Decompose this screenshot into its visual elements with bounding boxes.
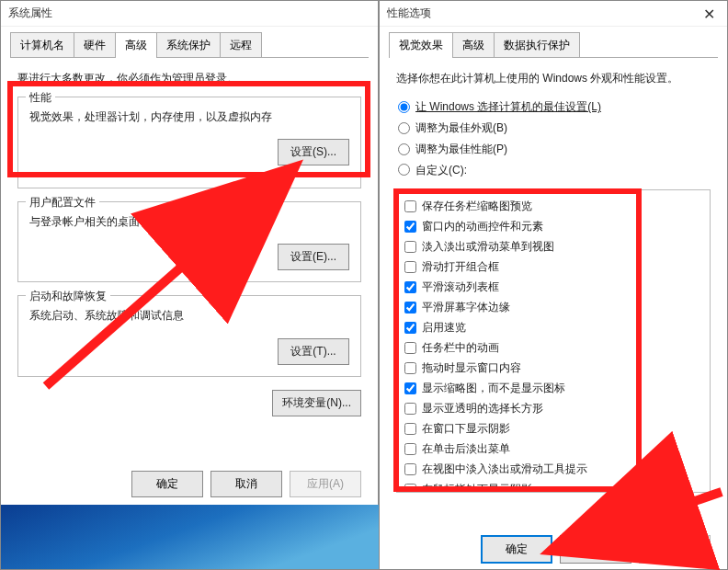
checkbox-6[interactable] <box>404 322 416 334</box>
check-label-0: 保存任务栏缩略图预览 <box>422 198 532 214</box>
desc-startup-recovery: 系统启动、系统故障和调试信息 <box>29 307 349 325</box>
bottom-buttons-left: 确定 取消 应用(A) <box>131 471 361 497</box>
env-vars-button[interactable]: 环境变量(N)... <box>272 390 361 416</box>
checkbox-9[interactable] <box>404 382 416 394</box>
tab-visual-effects[interactable]: 视觉效果 <box>389 32 453 58</box>
check-label-3: 滑动打开组合框 <box>422 258 499 275</box>
settings-performance-button[interactable]: 设置(S)... <box>278 139 349 165</box>
desc-performance: 视觉效果，处理器计划，内存使用，以及虚拟内存 <box>29 108 349 126</box>
checkbox-1[interactable] <box>404 221 416 233</box>
radio-let-windows-choose[interactable]: 让 Windows 选择计算机的最佳设置(L) <box>398 97 711 118</box>
performance-options-dialog: 性能选项 ✕ 视觉效果 高级 数据执行保护 选择你想在此计算机上使用的 Wind… <box>379 0 728 570</box>
check-item-6[interactable]: 启用速览 <box>401 317 706 337</box>
check-label-11: 在窗口下显示阴影 <box>422 420 510 437</box>
check-item-13[interactable]: 在视图中淡入淡出或滑动工具提示 <box>401 459 706 479</box>
checkbox-4[interactable] <box>404 281 416 293</box>
check-label-12: 在单击后淡出菜单 <box>422 440 510 457</box>
ok-button-left[interactable]: 确定 <box>131 471 203 497</box>
window-title-right: 性能选项 <box>387 6 431 21</box>
checkbox-8[interactable] <box>404 362 416 374</box>
radio-label-1: 调整为最佳外观(B) <box>415 120 507 136</box>
check-label-14: 在鼠标指针下显示阴影 <box>422 481 532 493</box>
group-startup-recovery: 启动和故障恢复 系统启动、系统故障和调试信息 设置(T)... <box>17 295 361 376</box>
checkbox-13[interactable] <box>404 463 416 475</box>
tab-hardware[interactable]: 硬件 <box>74 32 116 58</box>
titlebar-left: 系统属性 <box>1 1 378 27</box>
tabs-right: 视觉效果 高级 数据执行保护 <box>380 27 727 58</box>
desc-user-profiles: 与登录帐户相关的桌面设置 <box>29 213 349 231</box>
check-label-10: 显示亚透明的选择长方形 <box>422 400 543 416</box>
cancel-button-left[interactable]: 取消 <box>210 471 282 497</box>
radio-best-performance[interactable]: 调整为最佳性能(P) <box>398 139 711 160</box>
perf-instruction: 选择你想在此计算机上使用的 Windows 外观和性能设置。 <box>396 70 711 87</box>
titlebar-right: 性能选项 ✕ <box>380 1 727 27</box>
legend-performance: 性能 <box>26 90 55 106</box>
checkbox-12[interactable] <box>404 443 416 455</box>
cancel-button-right[interactable]: 取消 <box>560 535 631 564</box>
radio-label-3: 自定义(C): <box>415 163 467 178</box>
close-button-right[interactable]: ✕ <box>690 1 727 27</box>
check-item-1[interactable]: 窗口内的动画控件和元素 <box>401 216 706 236</box>
tab-underline-left <box>10 57 369 58</box>
check-item-0[interactable]: 保存任务栏缩略图预览 <box>401 196 706 216</box>
check-item-10[interactable]: 显示亚透明的选择长方形 <box>401 398 706 418</box>
radio-input-3[interactable] <box>398 164 410 176</box>
check-label-2: 淡入淡出或滑动菜单到视图 <box>422 238 554 255</box>
check-item-4[interactable]: 平滑滚动列表框 <box>401 277 706 297</box>
legend-startup-recovery: 启动和故障恢复 <box>26 289 110 304</box>
apply-button-right[interactable]: 应用(A) <box>639 535 711 564</box>
desktop-wallpaper-strip <box>1 505 380 569</box>
radio-label-2: 调整为最佳性能(P) <box>415 142 507 157</box>
checkbox-2[interactable] <box>404 241 416 253</box>
check-item-8[interactable]: 拖动时显示窗口内容 <box>401 358 706 378</box>
tab-advanced[interactable]: 高级 <box>115 32 157 58</box>
check-label-6: 启用速览 <box>422 319 466 336</box>
checkbox-0[interactable] <box>404 200 416 212</box>
check-label-4: 平滑滚动列表框 <box>422 279 499 295</box>
window-title-left: 系统属性 <box>8 6 52 21</box>
check-label-5: 平滑屏幕字体边缘 <box>422 299 510 315</box>
checkbox-11[interactable] <box>404 423 416 435</box>
apply-button-left[interactable]: 应用(A) <box>290 471 361 497</box>
radio-input-1[interactable] <box>398 122 410 134</box>
check-item-2[interactable]: 淡入淡出或滑动菜单到视图 <box>401 236 706 256</box>
check-item-3[interactable]: 滑动打开组合框 <box>401 256 706 277</box>
legend-user-profiles: 用户配置文件 <box>26 195 99 211</box>
body-right: 选择你想在此计算机上使用的 Windows 外观和性能设置。 让 Windows… <box>380 59 727 504</box>
ok-button-right[interactable]: 确定 <box>481 535 552 564</box>
radio-best-appearance[interactable]: 调整为最佳外观(B) <box>398 118 711 139</box>
check-item-12[interactable]: 在单击后淡出菜单 <box>401 439 706 459</box>
tab-dep[interactable]: 数据执行保护 <box>494 32 580 58</box>
checkbox-3[interactable] <box>404 261 416 273</box>
check-label-1: 窗口内的动画控件和元素 <box>422 218 543 234</box>
check-label-9: 显示缩略图，而不是显示图标 <box>422 380 565 396</box>
radio-list: 让 Windows 选择计算机的最佳设置(L) 调整为最佳外观(B) 调整为最佳… <box>398 97 711 180</box>
tab-remote[interactable]: 远程 <box>220 32 262 58</box>
check-item-9[interactable]: 显示缩略图，而不是显示图标 <box>401 378 706 398</box>
checkbox-7[interactable] <box>404 342 416 354</box>
checkbox-5[interactable] <box>404 302 416 314</box>
checklist-box[interactable]: 保存任务栏缩略图预览窗口内的动画控件和元素淡入淡出或滑动菜单到视图滑动打开组合框… <box>396 189 711 493</box>
check-label-8: 拖动时显示窗口内容 <box>422 359 521 376</box>
radio-input-2[interactable] <box>398 143 410 155</box>
check-item-7[interactable]: 任务栏中的动画 <box>401 337 706 358</box>
checkbox-14[interactable] <box>404 484 416 494</box>
checkbox-10[interactable] <box>404 403 416 415</box>
settings-startup-recovery-button[interactable]: 设置(T)... <box>278 338 349 365</box>
check-label-7: 任务栏中的动画 <box>422 339 499 356</box>
radio-input-0[interactable] <box>398 101 410 113</box>
body-left: 要进行大多数更改，你必须作为管理员登录。 性能 视觉效果，处理器计划，内存使用，… <box>1 59 378 435</box>
bottom-buttons-right: 确定 取消 应用(A) <box>481 535 711 564</box>
settings-user-profiles-button[interactable]: 设置(E)... <box>278 244 349 270</box>
tab-advanced-right[interactable]: 高级 <box>452 32 495 58</box>
tab-system-protection[interactable]: 系统保护 <box>156 32 221 58</box>
check-item-14[interactable]: 在鼠标指针下显示阴影 <box>401 479 706 493</box>
check-item-11[interactable]: 在窗口下显示阴影 <box>401 418 706 439</box>
system-properties-dialog: 系统属性 计算机名 硬件 高级 系统保护 远程 要进行大多数更改，你必须作为管理… <box>0 0 379 570</box>
check-item-5[interactable]: 平滑屏幕字体边缘 <box>401 297 706 317</box>
group-user-profiles: 用户配置文件 与登录帐户相关的桌面设置 设置(E)... <box>17 201 361 282</box>
tab-computer-name[interactable]: 计算机名 <box>10 32 74 58</box>
check-label-13: 在视图中淡入淡出或滑动工具提示 <box>422 461 587 477</box>
radio-custom[interactable]: 自定义(C): <box>398 160 711 181</box>
close-icon: ✕ <box>703 6 715 23</box>
